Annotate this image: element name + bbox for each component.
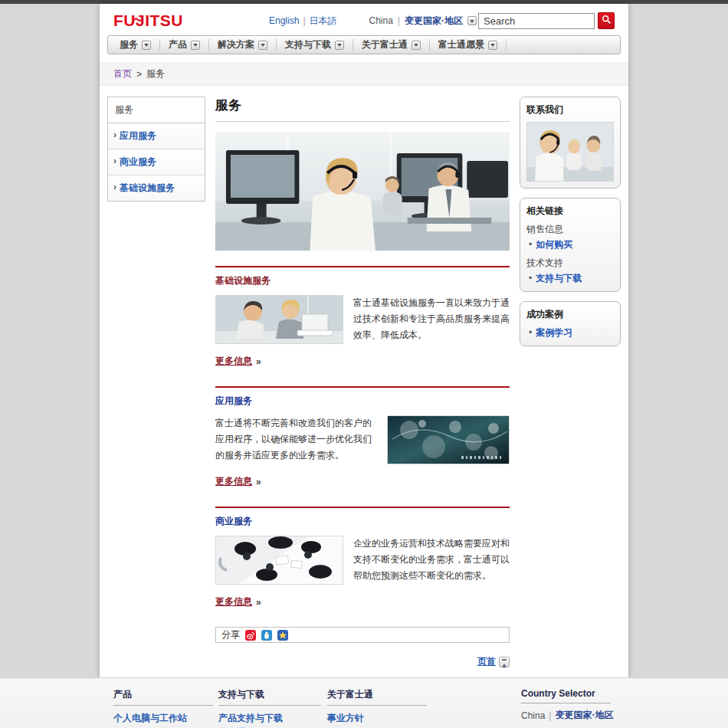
sidebar-item-infrastructure-services[interactable]: › 基础设施服务 xyxy=(108,175,205,201)
more-info-link[interactable]: 更多信息 » xyxy=(215,475,261,488)
share-label: 分享 xyxy=(221,628,240,641)
footer-column-title: 关于富士通 xyxy=(327,688,427,706)
search-button[interactable] xyxy=(598,12,615,29)
services-menu: 服务 › 应用服务 › 商业服务 › 基础设施服务 xyxy=(107,97,205,202)
contact-us-box: 联系我们 xyxy=(520,97,621,189)
section-text: 企业的业务运营和技术战略需要应对和支持不断变化的业务需求，富士通可以帮助您预测这… xyxy=(353,536,510,584)
country-separator: | xyxy=(549,710,551,721)
business-photo xyxy=(215,536,343,585)
nav-item-about-fujitsu[interactable]: 关于富士通 xyxy=(353,39,430,51)
arrow-up-icon xyxy=(499,657,510,667)
logo-swoosh-icon xyxy=(132,8,143,27)
main-column: 服务 xyxy=(215,97,510,671)
country-current: China xyxy=(521,710,545,721)
favorites-star-icon[interactable] xyxy=(277,630,288,641)
list-item: • 案例学习 xyxy=(526,326,614,339)
change-region-link[interactable]: 变更国家·地区 xyxy=(405,15,463,28)
back-to-top-row: 页首 xyxy=(215,655,510,668)
nav-item-fujitsu-vision[interactable]: 富士通愿景 xyxy=(430,39,507,51)
section-application-services: 应用服务 富士通将不断完善和改造我们的客户的应用程序，以确保能够进一步优化我们的… xyxy=(215,386,510,488)
footer-link[interactable]: 个人电脑与工作站 xyxy=(113,711,217,726)
footer-column-title: 产品 xyxy=(113,688,213,706)
search-input[interactable] xyxy=(478,13,595,29)
list-item: • 如何购买 xyxy=(526,238,614,251)
sidebar-item-label: 商业服务 xyxy=(120,156,156,169)
double-arrow-icon: » xyxy=(256,356,261,367)
search-icon xyxy=(602,15,612,27)
site-footer: 产品 个人电脑与工作站 外围设备 服务器 产品线 电子器件 软件产品 支持与下载… xyxy=(0,677,728,728)
nav-label: 支持与下载 xyxy=(285,38,331,51)
lang-english-link[interactable]: English xyxy=(269,15,299,26)
section-infrastructure-services: 基础设施服务 xyxy=(215,266,510,368)
support-downloads-link[interactable]: 支持与下载 xyxy=(536,272,582,285)
chevron-down-icon xyxy=(258,41,267,50)
more-info-link[interactable]: 更多信息 » xyxy=(215,595,261,608)
case-studies-link[interactable]: 案例学习 xyxy=(536,326,572,339)
share-bar: 分享 xyxy=(215,627,510,643)
back-to-top-link[interactable]: 页首 xyxy=(477,655,510,668)
region-current: China xyxy=(369,15,393,26)
sidebar-item-label: 应用服务 xyxy=(120,130,156,143)
more-info-label: 更多信息 xyxy=(215,475,252,488)
sales-info-label: 销售信息 xyxy=(526,223,614,236)
how-to-buy-link[interactable]: 如何购买 xyxy=(536,238,572,251)
more-info-link[interactable]: 更多信息 » xyxy=(215,355,261,368)
footer-link[interactable]: 事业方针 xyxy=(327,711,431,726)
nav-item-support-downloads[interactable]: 支持与下载 xyxy=(277,39,353,51)
related-links-title: 相关链接 xyxy=(526,205,614,218)
sidebar-item-label: 基础设施服务 xyxy=(120,182,175,195)
more-info-label: 更多信息 xyxy=(215,595,252,608)
nav-label: 关于富士通 xyxy=(362,38,408,51)
tech-support-label: 技术支持 xyxy=(526,257,614,270)
contact-photo[interactable] xyxy=(526,122,614,182)
footer-column-products: 产品 个人电脑与工作站 外围设备 服务器 产品线 电子器件 软件产品 xyxy=(113,688,217,728)
contact-us-title: 联系我们 xyxy=(526,103,614,116)
nav-label: 产品 xyxy=(169,38,187,51)
left-column: 服务 › 应用服务 › 商业服务 › 基础设施服务 xyxy=(107,97,205,671)
arrow-right-icon: › xyxy=(113,182,116,195)
chevron-down-icon xyxy=(412,41,421,50)
section-title-link[interactable]: 应用服务 xyxy=(215,395,252,408)
sidebar-item-application-services[interactable]: › 应用服务 xyxy=(108,123,205,149)
chevron-down-icon xyxy=(335,41,344,50)
logo-text: FUJITSU xyxy=(113,11,183,29)
menu-title: 服务 xyxy=(108,97,205,123)
bullet-icon: • xyxy=(529,273,532,284)
back-to-top-label: 页首 xyxy=(477,655,496,668)
arrow-right-icon: › xyxy=(113,156,116,169)
primary-nav: 服务 产品 解决方案 支持与下载 关于富士通 富士通愿景 xyxy=(107,35,621,54)
nav-item-products[interactable]: 产品 xyxy=(160,39,209,51)
chevron-down-icon xyxy=(142,41,151,50)
fujitsu-logo[interactable]: FUJITSU xyxy=(113,11,183,30)
sina-weibo-icon[interactable] xyxy=(245,630,256,641)
breadcrumb-home-link[interactable]: 首页 xyxy=(113,67,132,80)
sidebar-item-business-services[interactable]: › 商业服务 xyxy=(108,149,205,175)
section-text: 富士通将不断完善和改造我们的客户的应用程序，以确保能够进一步优化我们的服务并适应… xyxy=(215,415,377,464)
section-title-link[interactable]: 基础设施服务 xyxy=(215,274,271,287)
tencent-weibo-icon[interactable] xyxy=(261,630,272,641)
application-photo xyxy=(387,415,510,464)
site-header: FUJITSU English | 日本語 China | 变更国家·地区 xyxy=(100,4,628,34)
region-dropdown-icon[interactable] xyxy=(467,16,477,25)
hero-image xyxy=(215,132,510,251)
page-title: 服务 xyxy=(215,97,510,122)
nav-item-solutions[interactable]: 解决方案 xyxy=(209,39,277,51)
change-country-link[interactable]: 变更国家·地区 xyxy=(555,709,613,722)
arrow-right-icon: › xyxy=(113,130,116,143)
content-area: 服务 › 应用服务 › 商业服务 › 基础设施服务 服务 xyxy=(100,86,628,677)
section-title-link[interactable]: 商业服务 xyxy=(215,515,252,528)
success-cases-box: 成功案例 • 案例学习 xyxy=(520,301,621,346)
more-info-label: 更多信息 xyxy=(215,355,252,368)
nav-item-services[interactable]: 服务 xyxy=(111,39,160,51)
nav-label: 富士通愿景 xyxy=(438,38,484,51)
breadcrumb-separator: > xyxy=(136,69,142,80)
bullet-icon: • xyxy=(529,239,532,250)
bullet-icon: • xyxy=(529,327,532,338)
lang-japanese-link[interactable]: 日本語 xyxy=(310,15,337,28)
country-selector-title: Country Selector xyxy=(521,688,611,703)
language-switcher: English | 日本語 xyxy=(269,15,336,28)
chevron-down-icon xyxy=(488,41,497,50)
country-selector: Country Selector China | 变更国家·地区 xyxy=(521,688,615,728)
footer-link[interactable]: 产品支持与下载 xyxy=(218,711,326,726)
lang-separator: | xyxy=(303,15,305,26)
